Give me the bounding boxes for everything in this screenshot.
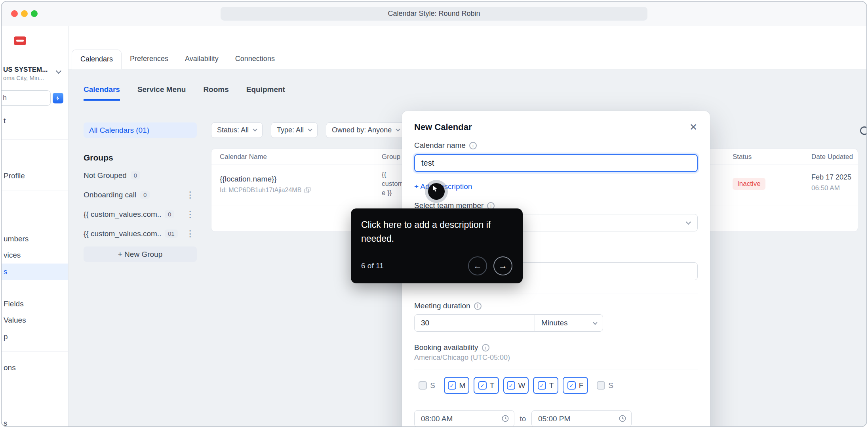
- kebab-menu-icon[interactable]: ⋮: [183, 191, 197, 199]
- timezone-text: America/Chicago (UTC-05:00): [414, 353, 698, 362]
- sidebar-search-text: h: [3, 94, 7, 102]
- tab-connections[interactable]: Connections: [227, 50, 283, 69]
- day-checkbox-saturday[interactable]: ✓ S: [592, 377, 618, 394]
- kebab-menu-icon[interactable]: ⋮: [183, 210, 197, 219]
- modal-title: New Calendar: [414, 121, 698, 133]
- sidebar-item-services[interactable]: vices: [4, 250, 21, 261]
- info-icon: i: [482, 344, 489, 352]
- day-label: F: [579, 381, 584, 390]
- clock-icon: [501, 415, 509, 422]
- titlebar: Calendar Style: Round Robin: [2, 2, 866, 26]
- tab-availability[interactable]: Availability: [177, 50, 227, 69]
- window-title-text: Calendar Style: Round Robin: [388, 10, 480, 18]
- time-updated-cell: 06:50 AM: [811, 184, 840, 192]
- sidebar-item-fields[interactable]: Fields: [4, 298, 24, 310]
- sidebar-item-label: s: [4, 268, 8, 276]
- day-checkbox-monday[interactable]: ✓ M: [444, 377, 469, 394]
- close-window-button[interactable]: [11, 10, 18, 17]
- owned-by-filter-dropdown[interactable]: Owned by: Anyone: [326, 122, 405, 138]
- day-checkbox-tuesday[interactable]: ✓ T: [474, 377, 499, 394]
- subtab-label: Rooms: [203, 85, 228, 94]
- bolt-icon[interactable]: [53, 93, 63, 103]
- day-label: S: [608, 381, 613, 390]
- checkbox: ✓: [419, 381, 427, 390]
- info-icon: i: [469, 142, 477, 149]
- checkbox: ✓: [507, 381, 515, 390]
- mouse-cursor-icon: [432, 185, 439, 193]
- tab-preferences[interactable]: Preferences: [122, 50, 177, 69]
- account-location: oma City, Min...: [3, 75, 44, 81]
- minimize-window-button[interactable]: [21, 10, 28, 17]
- sidebar-item[interactable]: t: [4, 115, 6, 126]
- sidebar-item-calendars-active[interactable]: s: [2, 264, 68, 280]
- end-time-input[interactable]: [531, 410, 632, 427]
- chevron-down-icon: [396, 127, 400, 131]
- search-icon[interactable]: [857, 123, 867, 139]
- sidebar-divider: [2, 191, 68, 191]
- weekday-selector: ✓ S ✓ M ✓ T ✓ W ✓ T ✓ F: [414, 377, 698, 394]
- tour-popover: Click here to add a description if neede…: [351, 208, 523, 283]
- day-label: T: [490, 381, 495, 390]
- group-name: Onboarding call: [84, 191, 136, 199]
- subtab-equipment[interactable]: Equipment: [246, 85, 285, 101]
- new-group-button[interactable]: + New Group: [84, 246, 197, 262]
- top-tab-bar: Calendars Preferences Availability Conne…: [69, 26, 866, 69]
- sidebar-item[interactable]: ons: [4, 362, 16, 373]
- checkbox: ✓: [538, 381, 546, 390]
- day-label: W: [518, 381, 525, 390]
- group-row-not-grouped[interactable]: Not Grouped 0: [84, 166, 197, 185]
- time-range-to-label: to: [514, 415, 531, 423]
- all-calendars-button[interactable]: All Calendars (01): [84, 122, 197, 138]
- day-checkbox-wednesday[interactable]: ✓ W: [503, 377, 529, 394]
- column-header-calendar-name: Calendar Name: [220, 153, 267, 161]
- account-name[interactable]: US SYSTEM...: [3, 66, 48, 74]
- zoom-window-button[interactable]: [31, 10, 38, 17]
- group-name: {{ custom_values.com...: [84, 210, 161, 219]
- subtab-rooms[interactable]: Rooms: [203, 85, 228, 101]
- sidebar-item-numbers[interactable]: umbers: [4, 233, 29, 245]
- sidebar-item-profile[interactable]: Profile: [4, 170, 25, 182]
- duration-unit-select[interactable]: Minutes: [535, 314, 603, 332]
- meeting-duration-label: Meeting duration: [414, 302, 470, 310]
- check-icon: ✓: [539, 383, 544, 388]
- checkbox: ✓: [448, 381, 456, 390]
- copy-icon[interactable]: [305, 187, 311, 193]
- tour-cursor-indicator: [428, 183, 445, 200]
- clock-icon: [619, 415, 626, 422]
- chevron-down-icon[interactable]: [56, 68, 61, 74]
- day-checkbox-friday[interactable]: ✓ F: [563, 377, 588, 394]
- duration-input[interactable]: [414, 314, 535, 332]
- day-checkbox-thursday[interactable]: ✓ T: [533, 377, 558, 394]
- calendar-name-input[interactable]: [414, 154, 698, 172]
- day-label: S: [430, 381, 435, 390]
- checkbox: ✓: [478, 381, 487, 390]
- group-row-custom-1[interactable]: {{ custom_values.com... 0 ⋮: [84, 204, 197, 224]
- day-checkbox-sunday[interactable]: ✓ S: [414, 377, 440, 394]
- tour-prev-button[interactable]: ←: [468, 256, 487, 275]
- sidebar-search-input[interactable]: h: [2, 90, 51, 106]
- group-row-custom-2[interactable]: {{ custom_values.com... 01 ⋮: [84, 224, 197, 243]
- tab-calendars[interactable]: Calendars: [72, 50, 122, 69]
- tour-next-button[interactable]: →: [493, 256, 512, 275]
- sidebar-item[interactable]: s: [4, 418, 8, 426]
- day-label: T: [549, 381, 554, 390]
- type-filter-dropdown[interactable]: Type: All: [271, 122, 318, 138]
- info-icon: i: [474, 302, 482, 310]
- calendar-name-label: Calendar name: [414, 141, 466, 150]
- availability-time-range: to: [414, 410, 698, 427]
- brand-logo: [14, 36, 26, 45]
- settings-sidebar: US SYSTEM... oma City, Min... h t Profil…: [2, 26, 69, 426]
- start-time-input[interactable]: [414, 410, 514, 427]
- group-row-onboarding-call[interactable]: Onboarding call 0 ⋮: [84, 185, 197, 204]
- subtab-service-menu[interactable]: Service Menu: [137, 85, 186, 101]
- calendar-name-cell[interactable]: {{location.name}}: [220, 175, 277, 183]
- status-badge: Inactive: [733, 178, 765, 190]
- kebab-menu-icon[interactable]: ⋮: [183, 229, 197, 238]
- close-icon[interactable]: ✕: [687, 122, 700, 132]
- sidebar-item-values[interactable]: Values: [4, 315, 26, 326]
- check-icon: ✓: [449, 383, 454, 388]
- filter-bar: Status: All Type: All Owned by: Anyone: [211, 122, 405, 138]
- sidebar-item[interactable]: p: [4, 331, 8, 342]
- subtab-calendars[interactable]: Calendars: [84, 85, 120, 101]
- status-filter-dropdown[interactable]: Status: All: [211, 122, 263, 138]
